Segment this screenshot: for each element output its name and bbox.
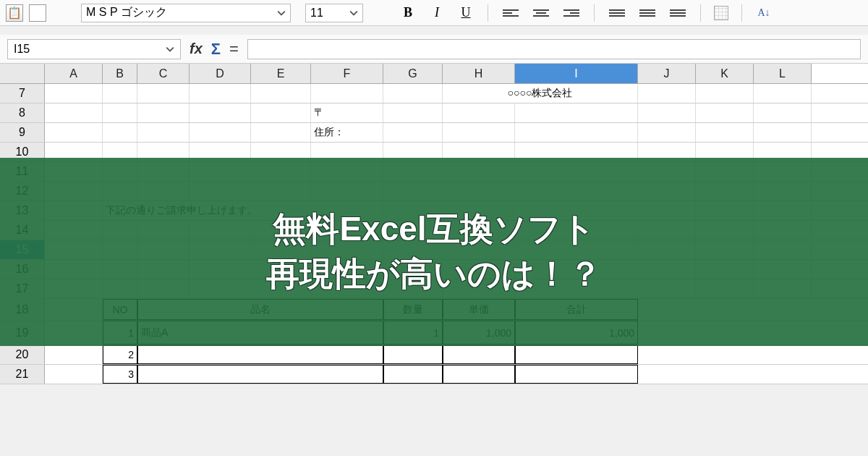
bold-button[interactable]: B (399, 4, 417, 22)
chevron-down-icon (277, 9, 286, 17)
column-header-K[interactable]: K (696, 64, 754, 83)
formula-bar: I15 fx Σ = (0, 35, 868, 64)
cell[interactable] (137, 345, 383, 364)
cell[interactable] (251, 123, 311, 142)
cell[interactable] (45, 104, 103, 122)
column-header-A[interactable]: A (45, 64, 103, 83)
cell[interactable] (754, 123, 812, 142)
cell[interactable] (383, 365, 443, 384)
cell[interactable] (45, 123, 103, 142)
clipboard-icon[interactable] (29, 4, 46, 22)
cell[interactable] (754, 104, 812, 122)
font-size-value: 11 (310, 7, 323, 20)
cell[interactable] (515, 123, 638, 142)
cell[interactable] (515, 104, 638, 122)
row-21: 213 (0, 365, 868, 384)
column-header-H[interactable]: H (443, 64, 515, 83)
cell (45, 365, 103, 384)
cell[interactable] (137, 104, 190, 122)
cell-reference-input[interactable]: I15 (7, 39, 181, 59)
cell[interactable]: ○○○○株式会社 (443, 84, 638, 103)
row-header-7[interactable]: 7 (0, 84, 45, 103)
cell[interactable] (190, 84, 251, 103)
cell[interactable] (754, 84, 812, 103)
column-header-D[interactable]: D (190, 64, 251, 83)
cell[interactable] (696, 84, 754, 103)
formula-input[interactable] (247, 39, 861, 59)
column-header-I[interactable]: I (515, 64, 638, 83)
row-9: 9住所： (0, 123, 868, 143)
equals-button[interactable]: = (229, 40, 239, 59)
column-header-E[interactable]: E (251, 64, 311, 83)
underline-button[interactable]: U (457, 4, 475, 22)
cell[interactable] (638, 84, 696, 103)
row-header-9[interactable]: 9 (0, 123, 45, 142)
select-all-corner[interactable] (0, 64, 45, 83)
overlay-line-1: 無料Excel互換ソフト (273, 207, 595, 252)
function-wizard-button[interactable]: fx (190, 41, 203, 57)
paste-icon[interactable]: 📋 (6, 4, 23, 22)
align-middle-button[interactable] (639, 5, 655, 21)
title-overlay: 無料Excel互換ソフト 再現性が高いのは！？ (0, 158, 868, 346)
separator (700, 4, 701, 22)
row-header-21[interactable]: 21 (0, 365, 45, 384)
italic-button[interactable]: I (428, 4, 446, 22)
chevron-down-icon (349, 9, 358, 17)
cell[interactable] (190, 123, 251, 142)
align-top-button[interactable] (609, 5, 625, 21)
column-header-G[interactable]: G (383, 64, 443, 83)
column-header-F[interactable]: F (311, 64, 383, 83)
cell[interactable]: 〒 (311, 104, 383, 122)
cell[interactable] (383, 345, 443, 364)
cell[interactable] (443, 104, 515, 122)
cell[interactable] (251, 104, 311, 122)
align-center-button[interactable] (533, 5, 549, 21)
cell[interactable] (696, 123, 754, 142)
separator (594, 4, 595, 22)
column-header-L[interactable]: L (754, 64, 812, 83)
separator (741, 4, 742, 22)
cell[interactable] (251, 84, 311, 103)
font-name-select[interactable]: M S P ゴシック (81, 4, 291, 22)
cell[interactable] (103, 84, 137, 103)
cell[interactable] (515, 345, 638, 364)
cell[interactable] (383, 84, 443, 103)
cell[interactable] (311, 84, 383, 103)
cell[interactable] (443, 123, 515, 142)
cell[interactable] (137, 84, 190, 103)
align-right-button[interactable] (563, 5, 579, 21)
cell[interactable]: 3 (103, 365, 137, 384)
chevron-down-icon (166, 45, 174, 54)
cell[interactable] (137, 365, 383, 384)
sum-button[interactable]: Σ (211, 40, 221, 59)
separator (488, 4, 488, 22)
column-header-C[interactable]: C (137, 64, 190, 83)
align-left-button[interactable] (503, 5, 519, 21)
align-bottom-button[interactable] (670, 5, 686, 21)
cell[interactable] (383, 123, 443, 142)
font-size-select[interactable]: 11 (305, 4, 363, 22)
cell[interactable] (383, 104, 443, 122)
text-direction-button[interactable]: A↓ (755, 4, 773, 22)
cell[interactable] (103, 123, 137, 142)
borders-button[interactable] (714, 6, 728, 20)
cell[interactable]: 住所： (311, 123, 383, 142)
row-20: 202 (0, 345, 868, 365)
row-header-20[interactable]: 20 (0, 345, 45, 364)
cell[interactable] (696, 104, 754, 122)
cell[interactable] (443, 345, 515, 364)
cell[interactable] (515, 365, 638, 384)
cell[interactable] (443, 365, 515, 384)
row-header-8[interactable]: 8 (0, 104, 45, 122)
cell[interactable] (137, 123, 190, 142)
cell[interactable] (638, 123, 696, 142)
cell (45, 345, 103, 364)
cell[interactable] (103, 104, 137, 122)
cell[interactable] (638, 104, 696, 122)
row-7: 7○○○○株式会社 (0, 84, 868, 104)
cell[interactable]: 2 (103, 345, 137, 364)
column-header-B[interactable]: B (103, 64, 137, 83)
cell[interactable] (190, 104, 251, 122)
cell[interactable] (45, 84, 103, 103)
column-header-J[interactable]: J (638, 64, 696, 83)
